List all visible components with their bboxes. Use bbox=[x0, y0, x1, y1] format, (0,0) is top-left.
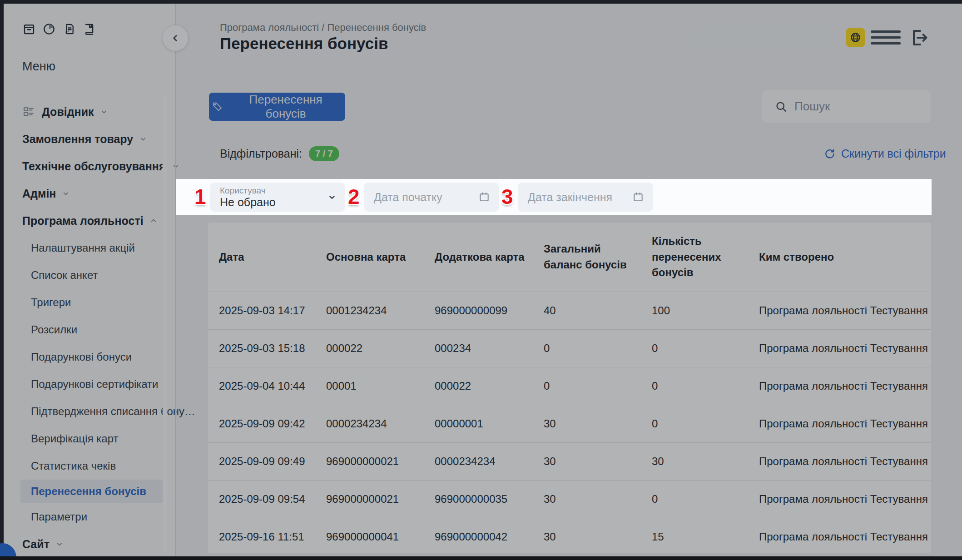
sidebar-item-spysok-anket[interactable]: Список анкет bbox=[4, 262, 175, 289]
window-frame-left bbox=[0, 0, 4, 560]
date-from-placeholder: Дата початку bbox=[374, 191, 442, 204]
cell-main-card: 969000000021 bbox=[326, 493, 435, 505]
breadcrumb: Програма лояльності / Перенесення бонусі… bbox=[220, 22, 426, 34]
sidebar-item-admin[interactable]: Адмін bbox=[4, 180, 175, 207]
pie-chart-icon[interactable] bbox=[42, 22, 56, 36]
hamburger-menu-button[interactable] bbox=[871, 30, 901, 45]
cell-created-by: Програма лояльності Тестування bbox=[759, 380, 931, 392]
filtered-counter: Відфільтровані: 7 / 7 bbox=[220, 145, 339, 162]
sidebar-item-label: Замовлення товару bbox=[22, 133, 133, 146]
bonus-transfers-table: Дата Основна карта Додаткова карта Загал… bbox=[208, 223, 931, 553]
cell-created-by: Програма лояльності Тестування bbox=[759, 304, 931, 317]
column-header-date: Дата bbox=[219, 249, 326, 265]
table-row[interactable]: 2025-09-09 09:42 0000234234 00000001 30 … bbox=[208, 405, 931, 442]
sidebar-item-perenesennia-bonusiv[interactable]: Перенесення бонусів bbox=[20, 480, 164, 503]
cell-extra-card: 000234 bbox=[435, 342, 544, 355]
user-filter-select[interactable]: Користувач Не обрано bbox=[210, 183, 345, 212]
list-icon bbox=[22, 105, 36, 119]
cell-created-by: Програма лояльності Тестування bbox=[759, 493, 931, 505]
sidebar-item-label: Підтвердження списання бону… bbox=[31, 405, 195, 418]
app-window: Меню Довідник Замовлення товару Технічне… bbox=[0, 0, 962, 560]
cell-transferred: 100 bbox=[652, 304, 759, 317]
archive-box-icon[interactable] bbox=[22, 22, 36, 36]
table-row[interactable]: 2025-09-09 09:54 969000000021 9690000000… bbox=[208, 480, 931, 518]
transfer-bonuses-button-label: Перенесення бонусів bbox=[229, 93, 342, 121]
cell-main-card: 969000000041 bbox=[326, 530, 435, 543]
tag-icon bbox=[212, 101, 223, 113]
sidebar-item-sait[interactable]: Сайт bbox=[4, 530, 175, 558]
sidebar-menu: Довідник Замовлення товару Технічне обсл… bbox=[4, 98, 175, 558]
sidebar-item-prohrama-loialnosti[interactable]: Програма лояльності bbox=[4, 207, 175, 234]
chevron-down-icon bbox=[139, 134, 148, 144]
table-row[interactable]: 2025-09-03 15:18 000022 000234 0 0 Прогр… bbox=[208, 329, 931, 367]
sidebar-item-label: Список анкет bbox=[31, 269, 98, 282]
sidebar-item-label: Технічне обслуговування bbox=[22, 160, 166, 173]
cell-transferred: 15 bbox=[652, 530, 759, 543]
window-frame-bottom bbox=[0, 556, 962, 560]
table-row[interactable]: 2025-09-04 10:44 00001 000022 0 0 Програ… bbox=[208, 367, 931, 405]
cell-extra-card: 969000000099 bbox=[435, 304, 544, 317]
cell-created-by: Програма лояльності Тестування bbox=[759, 417, 931, 430]
sidebar-item-rozsylky[interactable]: Розсилки bbox=[4, 316, 175, 343]
user-filter-label: Користувач bbox=[220, 186, 266, 196]
cell-main-card: 0001234234 bbox=[326, 304, 435, 317]
sidebar-item-label: Сайт bbox=[22, 538, 50, 551]
filtered-label: Відфільтровані: bbox=[220, 147, 302, 160]
cell-created-by: Програма лояльності Тестування bbox=[759, 342, 931, 355]
date-to-input[interactable]: Дата закінчення bbox=[518, 183, 653, 212]
column-header-created-by: Ким створено bbox=[759, 249, 931, 265]
table-row[interactable]: 2025-09-03 14:17 0001234234 969000000099… bbox=[208, 292, 931, 329]
sidebar-item-parametry[interactable]: Параметри bbox=[4, 503, 175, 530]
sidebar-collapse-button[interactable] bbox=[163, 25, 188, 51]
refresh-icon bbox=[824, 148, 836, 160]
cell-date: 2025-09-03 14:17 bbox=[219, 304, 326, 317]
sidebar-item-label: Подарункові сертифікати bbox=[31, 378, 159, 391]
filters-bar: Користувач Не обрано Дата початку Дата з… bbox=[176, 179, 932, 215]
sidebar-item-zamovlennia-tovaru[interactable]: Замовлення товару bbox=[4, 125, 175, 153]
cell-extra-card: 00000001 bbox=[435, 417, 544, 430]
sidebar-item-veryfikatsiia-kart[interactable]: Верифікація карт bbox=[4, 425, 175, 452]
cell-balance: 30 bbox=[544, 530, 652, 543]
cell-extra-card: 0000234234 bbox=[435, 455, 544, 468]
sidebar-item-label: Розсилки bbox=[31, 323, 77, 336]
book-icon[interactable] bbox=[82, 22, 96, 36]
sidebar-item-podarunkovi-sertyfikaty[interactable]: Подарункові сертифікати bbox=[4, 371, 175, 398]
date-from-input[interactable]: Дата початку bbox=[364, 183, 499, 212]
sidebar-item-label: Довідник bbox=[42, 105, 94, 119]
cell-date: 2025-09-09 09:49 bbox=[219, 455, 326, 468]
sidebar-item-pidtverdzhennia-spysannia[interactable]: Підтвердження списання бону… bbox=[4, 398, 175, 425]
cell-date: 2025-09-16 11:51 bbox=[219, 530, 326, 543]
cell-transferred: 0 bbox=[652, 342, 759, 355]
sidebar-item-nalashtuvannia-aktsii[interactable]: Налаштування акцій bbox=[4, 234, 175, 262]
sidebar-item-dovidnyk[interactable]: Довідник bbox=[4, 98, 175, 125]
file-text-icon[interactable] bbox=[62, 22, 76, 36]
cell-transferred: 0 bbox=[652, 493, 759, 505]
cell-transferred: 0 bbox=[652, 417, 759, 430]
sidebar-scrollbar[interactable] bbox=[163, 95, 167, 552]
cell-balance: 30 bbox=[544, 493, 652, 505]
language-globe-button[interactable] bbox=[846, 28, 865, 47]
chevron-down-icon bbox=[99, 107, 109, 116]
logout-button[interactable] bbox=[908, 27, 930, 49]
search-input[interactable]: Пошук bbox=[762, 90, 931, 123]
transfer-bonuses-button[interactable]: Перенесення бонусів bbox=[209, 93, 345, 121]
column-header-balance: Загальний баланс бонусів bbox=[544, 241, 652, 273]
table-row[interactable]: 2025-09-16 11:51 969000000041 9690000000… bbox=[208, 518, 931, 553]
table-row[interactable]: 2025-09-09 09:49 969000000021 0000234234… bbox=[208, 442, 931, 480]
cell-main-card: 000022 bbox=[326, 342, 435, 355]
reset-filters-link[interactable]: Скинути всі фільтри bbox=[824, 147, 946, 160]
sidebar-item-tekhnichne-obslugovuvannia[interactable]: Технічне обслуговування bbox=[4, 153, 175, 180]
date-to-placeholder: Дата закінчення bbox=[528, 191, 612, 204]
callout-2: 2 bbox=[348, 184, 360, 209]
cell-extra-card: 000022 bbox=[435, 380, 544, 392]
sidebar-item-podarunkovi-bonusy[interactable]: Подарункові бонуси bbox=[4, 343, 175, 371]
chevron-up-icon bbox=[149, 216, 158, 225]
sidebar-item-label: Подарункові бонуси bbox=[31, 351, 132, 363]
sidebar-item-statystyka-chekiv[interactable]: Статистика чеків bbox=[4, 452, 175, 480]
sidebar-item-tryhery[interactable]: Тригери bbox=[4, 289, 175, 316]
sidebar-item-label: Перенесення бонусів bbox=[31, 485, 146, 498]
callout-1: 1 bbox=[194, 184, 206, 209]
column-header-main-card: Основна карта bbox=[326, 249, 435, 265]
sidebar-quick-icons bbox=[22, 22, 96, 36]
reset-filters-label: Скинути всі фільтри bbox=[841, 147, 946, 160]
